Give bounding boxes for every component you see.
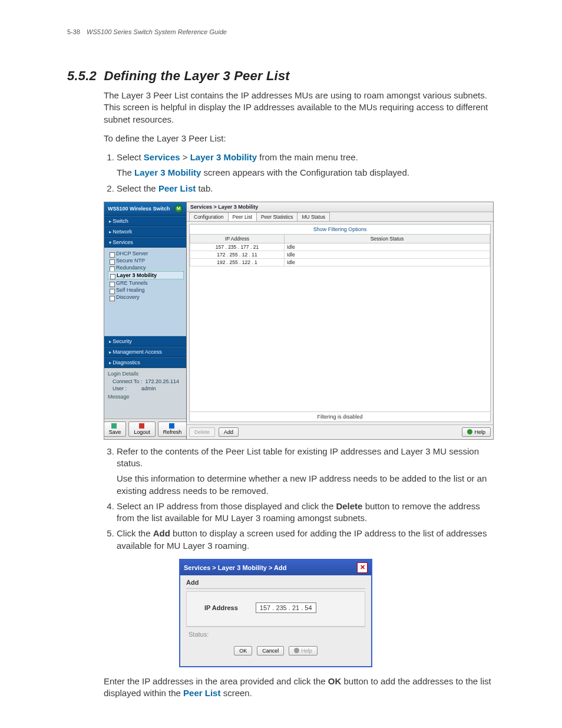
breadcrumb: Services > Layer 3 Mobility (187, 202, 493, 212)
doc-title: WS5100 Series Switch System Reference Gu… (87, 28, 227, 35)
section-number: 5.5.2 (67, 68, 97, 83)
sidebar-button-bar: Save Logout Refresh (104, 419, 186, 439)
sidebar: WS5100 Wireless Switch M Switch Network … (104, 202, 187, 439)
dialog-title-bar: Services > Layer 3 Mobility > Add ✕ (180, 560, 371, 575)
page-number: 5-38 (67, 28, 85, 35)
peer-table: IP Address Session Status 157 . 235 . 17… (190, 234, 490, 266)
nav-diag[interactable]: Diagnostics (104, 357, 186, 368)
step-4: Select an IP address from those displaye… (117, 500, 495, 525)
tab-peer-stats[interactable]: Peer Statistics (256, 212, 297, 221)
closing-paragraph: Enter the IP addresses in the area provi… (104, 676, 495, 700)
dialog-buttons: OK Cancel Help (186, 643, 365, 661)
login-details: Login Details Connect To : 172.20.25.114… (104, 368, 186, 419)
step-5: Click the Add button to display a screen… (117, 528, 495, 552)
screenshot-add-dialog: Services > Layer 3 Mobility > Add ✕ Add … (179, 559, 372, 667)
step-1-sub: The Layer 3 Mobility screen appears with… (117, 167, 495, 179)
step-1: Select Services > Layer 3 Mobility from … (117, 151, 495, 179)
ok-button[interactable]: OK (234, 646, 252, 655)
tree-ntp[interactable]: Secure NTP (108, 257, 184, 264)
table-row[interactable]: 192 . 255 . 122 . 1Idle (190, 258, 490, 266)
kw-add: Add (153, 528, 170, 538)
dialog-help-button[interactable]: Help (289, 646, 318, 655)
show-filtering-link[interactable]: Show Filtering Options (190, 225, 490, 234)
cancel-button[interactable]: Cancel (257, 646, 284, 655)
app-title-bar: WS5100 Wireless Switch M (104, 202, 186, 216)
screenshot-peer-list: WS5100 Wireless Switch M Switch Network … (104, 202, 494, 440)
tab-peer-list[interactable]: Peer List (228, 212, 257, 221)
tab-mu-status[interactable]: MU Status (297, 212, 330, 221)
tree-selfheal[interactable]: Self Healing (108, 286, 184, 294)
logo-icon: M (174, 205, 183, 213)
tab-bar: Configuration Peer List Peer Statistics … (187, 212, 493, 222)
nav-mgmt[interactable]: Management Access (104, 347, 186, 357)
tree-gre[interactable]: GRE Tunnels (108, 279, 184, 286)
page-header: 5-38 WS5100 Series Switch System Referen… (67, 28, 495, 35)
services-tree: DHCP Server Secure NTP Redundancy Layer … (104, 248, 186, 336)
kw-peerlist2: Peer List (183, 688, 220, 698)
help-button[interactable]: Help (462, 427, 491, 437)
kw-services: Services (144, 152, 180, 162)
toolbar: Delete Add Help (187, 424, 493, 439)
intro-paragraph: The Layer 3 Peer List contains the IP ad… (104, 90, 495, 126)
step-2: Select the Peer List tab. (117, 183, 495, 195)
steps-list: Select Services > Layer 3 Mobility from … (104, 151, 495, 195)
col-ip[interactable]: IP Address (190, 234, 285, 243)
login-user: admin (141, 386, 156, 391)
steps-list-cont: Refer to the contents of the Peer List t… (104, 446, 495, 552)
grid-panel: Show Filtering Options IP Address Sessio… (189, 224, 491, 422)
step-3-sub: Use this information to determine whethe… (117, 473, 495, 497)
login-message: Message (108, 394, 183, 400)
nav-security[interactable]: Security (104, 336, 186, 347)
tree-dhcp[interactable]: DHCP Server (108, 250, 184, 257)
login-heading: Login Details (108, 371, 183, 377)
app-title: WS5100 Wireless Switch (108, 206, 170, 212)
ip-label: IP Address (204, 604, 238, 611)
kw-l3m: Layer 3 Mobility (190, 152, 257, 162)
kw-ok: OK (328, 676, 342, 686)
nav-services[interactable]: Services (104, 237, 186, 248)
dialog-heading: Add (186, 579, 365, 589)
close-icon[interactable]: ✕ (357, 562, 368, 573)
login-connect: 172.20.25.114 (145, 378, 179, 384)
nav-switch[interactable]: Switch (104, 216, 186, 226)
delete-button[interactable]: Delete (189, 427, 215, 437)
logout-icon (139, 423, 144, 429)
nav-network[interactable]: Network (104, 226, 186, 237)
lead-line: To define the Layer 3 Peer List: (104, 133, 495, 144)
logout-button[interactable]: Logout (128, 421, 156, 437)
table-row[interactable]: 172 . 255 . 12 . 11Idle (190, 251, 490, 258)
section-title: Defining the Layer 3 Peer List (104, 68, 290, 83)
section-heading: 5.5.2 Defining the Layer 3 Peer List (67, 68, 495, 84)
main-pane: Services > Layer 3 Mobility Configuratio… (187, 202, 493, 439)
col-session[interactable]: Session Status (285, 234, 490, 243)
tree-discovery[interactable]: Discovery (108, 294, 184, 301)
kw-delete: Delete (336, 501, 362, 511)
tree-redundancy[interactable]: Redundancy (108, 264, 184, 271)
tree-l3mobility[interactable]: Layer 3 Mobility (108, 271, 184, 279)
add-button[interactable]: Add (219, 427, 239, 437)
table-row[interactable]: 157 . 235 . 177 . 21Idle (190, 243, 490, 251)
tab-configuration[interactable]: Configuration (189, 212, 229, 221)
dialog-title: Services > Layer 3 Mobility > Add (184, 564, 286, 571)
refresh-icon (169, 423, 174, 429)
kw-peerlist: Peer List (158, 183, 196, 193)
step-3: Refer to the contents of the Peer List t… (117, 446, 495, 497)
refresh-button[interactable]: Refresh (158, 421, 187, 437)
dialog-status: Status: (186, 627, 365, 643)
dialog-field-row: IP Address 157 . 235 . 21 . 54 (186, 591, 365, 627)
filter-status: Filtering is disabled (190, 411, 490, 421)
ip-input[interactable]: 157 . 235 . 21 . 54 (256, 602, 316, 613)
save-button[interactable]: Save (104, 421, 127, 437)
save-icon (111, 423, 117, 429)
